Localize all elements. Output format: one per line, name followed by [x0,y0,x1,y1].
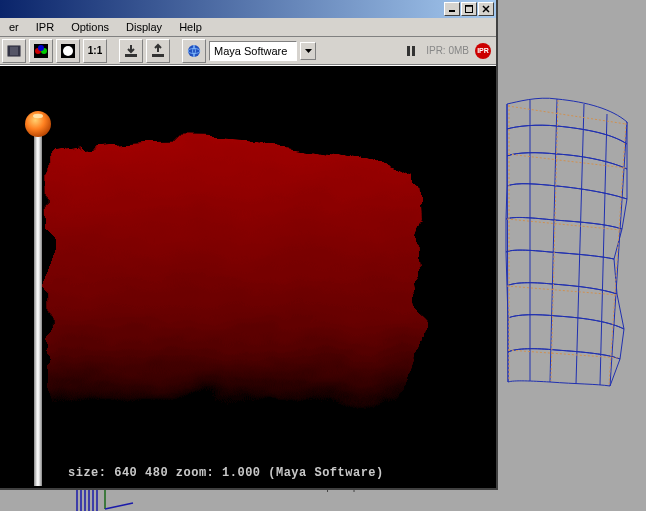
dropdown-arrow-button[interactable] [300,42,316,60]
svg-point-45 [33,114,43,118]
menu-ipr[interactable]: IPR [29,19,61,35]
svg-point-33 [38,45,44,51]
svg-line-10 [508,350,619,358]
menu-file-truncated[interactable]: er [2,19,26,35]
pause-icon [406,46,416,56]
globe-icon [186,43,202,59]
svg-rect-41 [412,46,415,56]
svg-line-9 [507,286,618,295]
ipr-status-label: IPR: 0MB [423,45,472,56]
render-viewport[interactable]: size: 640 480 zoom: 1.000 (Maya Software… [0,65,496,488]
svg-rect-28 [8,46,10,56]
one-to-one-label: 1:1 [88,45,102,56]
render-status-text: size: 640 480 zoom: 1.000 (Maya Software… [68,466,384,480]
ipr-badge-icon: IPR [475,43,491,59]
svg-line-6 [508,106,626,124]
up-arrow-icon [150,43,166,59]
wireframe-mesh [502,94,632,394]
renderer-selected-label: Maya Software [214,45,287,57]
rendered-flag-image [0,66,496,486]
svg-line-12 [551,100,558,381]
svg-line-0 [507,104,508,382]
menu-options[interactable]: Options [64,19,116,35]
snapshot-button[interactable] [56,39,80,63]
maximize-button[interactable] [461,2,477,16]
svg-rect-37 [152,54,164,57]
svg-point-35 [63,46,73,56]
menubar: er IPR Options Display Help [0,18,496,37]
renderer-dropdown[interactable]: Maya Software [209,41,297,61]
one-to-one-button[interactable]: 1:1 [83,39,107,63]
remove-image-button[interactable] [146,39,170,63]
svg-line-13 [609,123,626,385]
svg-line-7 [508,154,626,168]
close-button[interactable] [478,2,494,16]
render-view-window: er IPR Options Display Help 1:1 Maya S [0,0,498,490]
chevron-down-icon [305,49,312,53]
svg-line-4 [600,114,607,385]
pause-button[interactable] [402,42,420,60]
toolbar: 1:1 Maya Software IPR: 0MB IPR [0,37,496,65]
svg-line-2 [550,99,557,382]
redo-render-button[interactable] [2,39,26,63]
menu-help[interactable]: Help [172,19,209,35]
svg-rect-43 [34,129,42,486]
svg-line-15 [105,503,133,509]
svg-line-3 [576,104,584,384]
svg-rect-36 [125,54,137,57]
minimize-button[interactable] [444,2,460,16]
svg-point-38 [188,45,200,57]
ipr-render-button[interactable] [182,39,206,63]
render-region-button[interactable] [29,39,53,63]
film-icon [6,43,22,59]
render-icon [33,43,49,59]
svg-rect-29 [18,46,20,56]
snapshot-icon [60,43,76,59]
svg-rect-40 [407,46,410,56]
down-arrow-icon [123,43,139,59]
menu-display[interactable]: Display [119,19,169,35]
titlebar[interactable] [0,0,496,18]
svg-line-5 [610,122,627,386]
keep-image-button[interactable] [119,39,143,63]
